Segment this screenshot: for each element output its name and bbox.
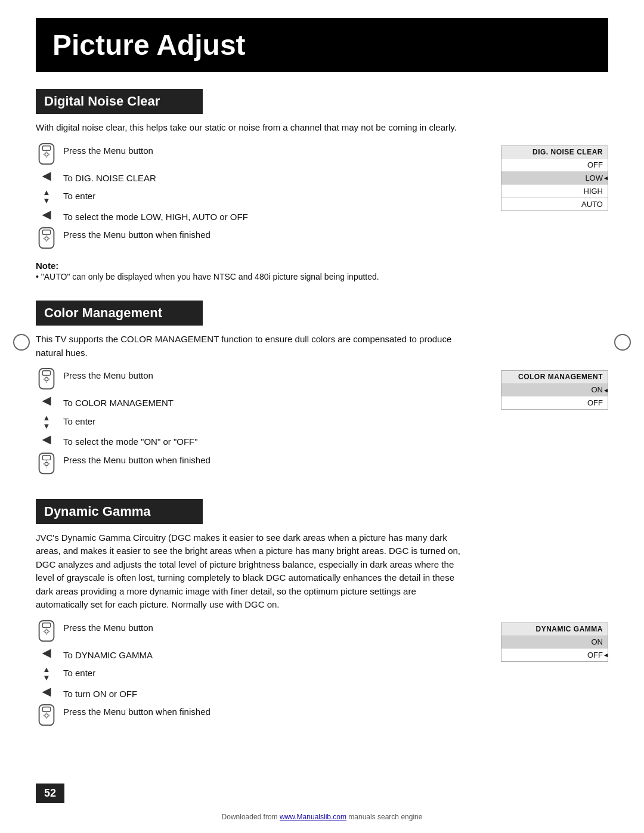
- svg-point-37: [45, 714, 48, 717]
- step-icon-2: ▲▼: [36, 665, 57, 683]
- svg-rect-8: [42, 230, 50, 235]
- step-row-4: Press the Menu button when finished: [36, 227, 477, 251]
- svg-point-30: [45, 630, 48, 633]
- step-icon-0: [36, 368, 57, 392]
- svg-rect-22: [42, 455, 50, 460]
- step-icon-2: ▲▼: [36, 414, 57, 431]
- menu-box: DIG. NOISE CLEAROFFLOWHIGHAUTO: [501, 145, 608, 211]
- step-row-2: ▲▼To enter: [36, 414, 477, 431]
- menu-row: HIGH: [501, 185, 608, 198]
- step-row-0: Press the Menu button: [36, 620, 477, 644]
- section-digital-noise-clear: Digital Noise ClearWith digital noise cl…: [36, 89, 608, 281]
- instructions-area: Press the Menu button◀To COLOR MANAGEMEN…: [36, 368, 608, 480]
- page-wrapper: Picture Adjust Digital Noise ClearWith d…: [0, 0, 644, 786]
- step-icon-3: ◀: [36, 434, 57, 445]
- step-row-2: ▲▼To enter: [36, 665, 477, 683]
- step-text-3: To select the mode "ON" or "OFF": [63, 434, 198, 449]
- step-text-1: To DIG. NOISE CLEAR: [63, 171, 156, 185]
- step-text-2: To enter: [63, 414, 95, 429]
- step-icon-2: ▲▼: [36, 188, 57, 206]
- note-label: Note:: [36, 261, 58, 271]
- section-header-dynamic-gamma: Dynamic Gamma: [36, 499, 203, 524]
- footer-link[interactable]: www.Manualslib.com: [280, 813, 346, 821]
- step-text-0: Press the Menu button: [63, 143, 153, 158]
- step-text-0: Press the Menu button: [63, 620, 153, 635]
- step-row-4: Press the Menu button when finished: [36, 453, 477, 476]
- svg-rect-1: [42, 145, 50, 150]
- page-number: 52: [36, 784, 64, 803]
- step-text-4: Press the Menu button when finished: [63, 453, 210, 467]
- step-icon-3: ◀: [36, 686, 57, 697]
- menu-header: DYNAMIC GAMMA: [501, 623, 608, 636]
- menu-header: DIG. NOISE CLEAR: [501, 146, 608, 159]
- svg-rect-15: [42, 371, 50, 376]
- note-block: Note:• "AUTO" can only be displayed when…: [36, 261, 608, 281]
- sections-container: Digital Noise ClearWith digital noise cl…: [36, 89, 608, 732]
- step-text-1: To COLOR MANAGEMENT: [63, 395, 174, 410]
- step-icon-1: ◀: [36, 395, 57, 406]
- step-text-3: To select the mode LOW, HIGH, AUTO or OF…: [63, 209, 248, 224]
- footer-text: Downloaded from: [222, 813, 280, 821]
- step-icon-4: [36, 227, 57, 251]
- step-icon-1: ◀: [36, 171, 57, 181]
- steps: Press the Menu button◀To COLOR MANAGEMEN…: [36, 368, 477, 480]
- step-text-3: To turn ON or OFF: [63, 686, 137, 701]
- step-text-0: Press the Menu button: [63, 368, 153, 383]
- section-header-color-management: Color Management: [36, 301, 203, 326]
- svg-rect-36: [42, 707, 50, 712]
- step-icon-0: [36, 143, 57, 167]
- section-header-digital-noise-clear: Digital Noise Clear: [36, 89, 203, 114]
- footer-suffix: manuals search engine: [346, 813, 422, 821]
- menu-box: DYNAMIC GAMMAONOFF: [501, 623, 608, 662]
- menu-box: COLOR MANAGEMENTONOFF: [501, 370, 608, 410]
- menu-row: OFF: [501, 159, 608, 172]
- step-icon-3: ◀: [36, 209, 57, 220]
- svg-point-16: [45, 377, 48, 381]
- menu-row: OFF: [501, 397, 608, 409]
- step-row-4: Press the Menu button when finished: [36, 704, 477, 728]
- footer: Downloaded from www.Manualslib.com manua…: [0, 813, 644, 821]
- menu-header: COLOR MANAGEMENT: [501, 371, 608, 383]
- step-text-1: To DYNAMIC GAMMA: [63, 648, 153, 662]
- step-text-4: Press the Menu button when finished: [63, 704, 210, 719]
- menu-row: AUTO: [501, 198, 608, 210]
- menu-row: ON: [501, 383, 608, 397]
- step-icon-4: [36, 704, 57, 728]
- left-target-1: [13, 334, 30, 351]
- step-row-3: ◀To turn ON or OFF: [36, 686, 477, 701]
- svg-rect-29: [42, 623, 50, 627]
- instructions-area: Press the Menu button◀To DYNAMIC GAMMA▲▼…: [36, 620, 608, 732]
- section-desc-dynamic-gamma: JVC's Dynamic Gamma Circuitry (DGC makes…: [36, 531, 465, 612]
- step-row-1: ◀To DYNAMIC GAMMA: [36, 648, 477, 662]
- svg-point-23: [45, 462, 48, 466]
- step-icon-1: ◀: [36, 648, 57, 658]
- section-desc-digital-noise-clear: With digital noise clear, this helps tak…: [36, 121, 465, 135]
- section-desc-color-management: This TV supports the COLOR MANAGEMENT fu…: [36, 333, 465, 360]
- steps: Press the Menu button◀To DYNAMIC GAMMA▲▼…: [36, 620, 477, 732]
- step-row-0: Press the Menu button: [36, 143, 477, 167]
- step-text-2: To enter: [63, 188, 95, 203]
- step-row-0: Press the Menu button: [36, 368, 477, 392]
- menu-row: OFF: [501, 649, 608, 661]
- steps: Press the Menu button◀To DIG. NOISE CLEA…: [36, 143, 477, 255]
- svg-point-9: [45, 237, 48, 240]
- section-color-management: Color ManagementThis TV supports the COL…: [36, 301, 608, 480]
- page-title-bar: Picture Adjust: [36, 18, 608, 72]
- step-text-2: To enter: [63, 665, 95, 680]
- menu-row: LOW: [501, 172, 608, 185]
- step-text-4: Press the Menu button when finished: [63, 227, 210, 242]
- step-row-1: ◀To DIG. NOISE CLEAR: [36, 171, 477, 185]
- svg-point-2: [45, 153, 48, 156]
- step-row-3: ◀To select the mode "ON" or "OFF": [36, 434, 477, 449]
- instructions-area: Press the Menu button◀To DIG. NOISE CLEA…: [36, 143, 608, 255]
- section-dynamic-gamma: Dynamic GammaJVC's Dynamic Gamma Circuit…: [36, 499, 608, 732]
- menu-row: ON: [501, 636, 608, 649]
- page-title: Picture Adjust: [52, 29, 592, 61]
- step-row-1: ◀To COLOR MANAGEMENT: [36, 395, 477, 410]
- right-target-1: [614, 334, 631, 351]
- step-icon-4: [36, 453, 57, 476]
- step-row-2: ▲▼To enter: [36, 188, 477, 206]
- step-icon-0: [36, 620, 57, 644]
- note-item: • "AUTO" can only be displayed when you …: [36, 272, 608, 281]
- step-row-3: ◀To select the mode LOW, HIGH, AUTO or O…: [36, 209, 477, 224]
